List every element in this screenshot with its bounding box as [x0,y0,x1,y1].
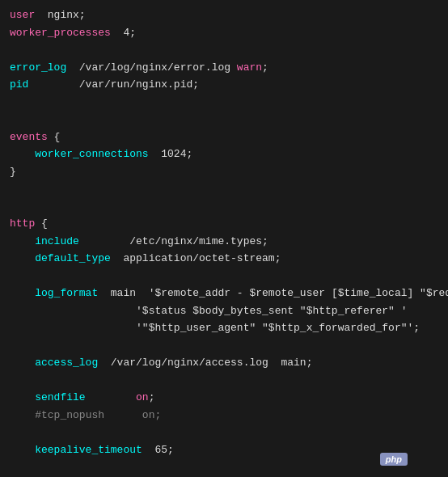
code-line: log_format main '$remote_addr - $remote_… [0,285,448,302]
code-editor: user nginx;worker_processes 4; error_log… [0,0,448,477]
code-line: http { [0,215,448,233]
code-line: #tcp_nopush on; [0,407,448,424]
code-line: error_log /var/log/nginx/error.log warn; [0,59,448,77]
code-line [0,372,448,390]
code-line [0,111,448,129]
code-line [0,268,448,285]
code-line: worker_connections 1024; [0,146,448,163]
code-line: sendfile on; [0,389,448,407]
code-line: user nginx; [0,6,448,24]
code-line: default_type application/octet-stream; [0,250,448,268]
code-line: include /etc/nginx/mime.types; [0,233,448,251]
code-line: } [0,163,448,181]
code-line: access_log /var/log/nginx/access.log mai… [0,354,448,372]
code-line [0,424,448,441]
code-line [0,41,448,59]
php-badge: php [380,453,408,466]
php-badge-text: php [386,454,402,464]
code-line [0,180,448,198]
code-line: '"$http_user_agent" "$http_x_forwarded_f… [0,319,448,337]
code-line: pid /var/run/nginx.pid; [0,76,448,94]
code-line: worker_processes 4; [0,24,448,42]
code-line [0,94,448,112]
code-line: events { [0,129,448,146]
code-line [0,337,448,355]
code-lines: user nginx;worker_processes 4; error_log… [0,6,448,477]
code-line: '$status $body_bytes_sent "$http_referer… [0,302,448,320]
code-line [0,198,448,216]
